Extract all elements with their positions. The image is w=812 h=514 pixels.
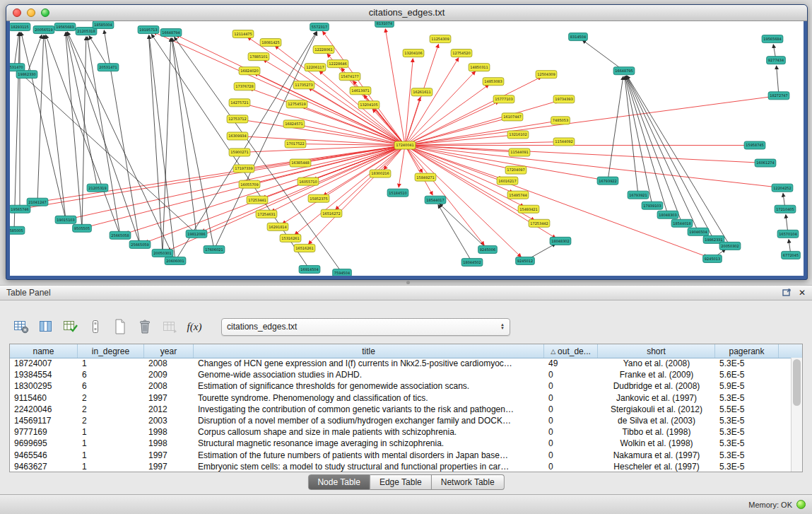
show-rows-button[interactable] [86,317,105,337]
graph-node-teal[interactable]: 16793921 [628,191,649,199]
table-cell[interactable]: 2009 [144,369,194,380]
graph-node-yellow[interactable]: 16516272 [321,209,342,217]
column-header-name[interactable]: name [10,344,78,358]
graph-node-teal[interactable]: 9245006 [478,245,498,253]
table-cell[interactable]: Hescheler et al. (1997) [598,461,715,472]
graph-node-yellow[interactable]: 16385448 [290,159,311,167]
table-cell[interactable]: Structural magnetic resonance image aver… [194,438,544,449]
graph-node-teal[interactable]: 5572317 [310,23,329,31]
table-cell[interactable]: 0 [544,426,598,438]
graph-node-yellow[interactable]: 15316261 [280,234,301,242]
table-cell[interactable]: 1997 [144,392,194,404]
table-cell[interactable]: 2 [78,415,144,426]
table-cell[interactable]: 5.3E-5 [715,426,779,438]
tab-node-table[interactable]: Node Table [307,474,370,490]
table-cell[interactable]: 2012 [144,404,194,415]
table-cell[interactable]: 5.3E-5 [715,450,779,461]
table-cell[interactable]: de Silva et al. (2003) [598,415,715,426]
graph-node-teal[interactable]: 25665059 [129,240,151,248]
table-row[interactable]: 911546021997Tourette syndrome. Phenomeno… [10,392,792,404]
table-cell[interactable]: Nakamura et al. (1997) [598,450,715,461]
table-cell[interactable]: Tibbo et al. (1998) [598,426,715,438]
graph-node-yellow[interactable]: 7485053 [551,117,570,124]
table-cell[interactable]: Embryonic stem cells: a model to study s… [194,461,544,472]
column-header-in-degree[interactable]: in_degree [78,344,144,358]
function-builder-button[interactable]: f(x) [185,317,204,337]
table-cell[interactable]: 2 [78,404,144,415]
import-table-button[interactable] [160,317,179,337]
table-cell[interactable]: Jankovic et al. (1997) [598,392,715,404]
graph-node-teal[interactable]: 20606001 [165,257,186,264]
graph-node-yellow[interactable]: 16055710 [298,177,319,185]
graph-node-teal[interactable]: 19565746 [10,205,30,213]
graph-node-yellow[interactable]: 11254309 [430,35,451,43]
table-cell[interactable]: Estimation of significance thresholds fo… [194,380,544,392]
table-cell[interactable]: 1 [78,426,144,438]
network-table-select[interactable]: citations_edges.txt ▲▼ [221,318,510,336]
scrollbar-thumb[interactable] [793,359,801,406]
table-cell[interactable]: Tourette syndrome. Phenomenology and cla… [194,392,544,404]
column-header-short[interactable]: short [598,344,715,358]
graph-node-teal[interactable]: 20056519 [33,26,54,34]
table-row[interactable]: 977716911998Corpus callosum shape and si… [10,426,792,438]
graph-node-teal[interactable]: 18293115 [10,23,30,31]
graph-node-teal[interactable]: 6772045 [782,251,801,259]
table-cell[interactable]: Yano et al. (2008) [598,358,715,369]
zoom-window-button[interactable] [41,8,49,17]
graph-node-yellow[interactable]: 12504309 [536,71,557,78]
graph-node-teal[interactable]: 9277434 [767,57,786,64]
graph-node-teal[interactable]: 8314504 [569,33,588,41]
graph-node-yellow[interactable]: 16261611 [411,88,433,96]
table-cell[interactable]: 5.9E-5 [715,380,779,392]
table-cell[interactable]: 19384554 [10,369,78,380]
graph-node-yellow[interactable]: 17253441 [247,196,268,204]
edit-table-button[interactable] [61,317,80,337]
table-cell[interactable]: 9465546 [10,450,78,461]
graph-node-teal[interactable]: 20050301 [152,249,173,257]
table-cell[interactable]: Investigating the contribution of common… [194,404,544,415]
graph-node-yellow[interactable]: 18081425 [260,39,281,47]
graph-node-teal[interactable]: 15184510 [387,189,408,197]
graph-node-teal[interactable]: 18544018 [671,219,693,227]
column-header-pagerank[interactable]: pagerank [715,344,779,358]
table-cell[interactable]: 1997 [144,450,194,461]
graph-node-yellow[interactable]: 12753712 [227,115,248,123]
table-cell[interactable]: 1 [78,358,144,369]
table-row[interactable]: 1872400712008Changes of HCN gene express… [10,358,792,369]
table-cell[interactable]: 6 [78,380,144,392]
graph-node-yellow[interactable]: 12754519 [286,100,307,108]
table-cell[interactable]: 1998 [144,426,194,438]
table-cell[interactable]: 2003 [144,415,194,426]
table-cell[interactable]: 1997 [144,461,194,472]
close-window-button[interactable] [13,8,21,17]
table-cell[interactable]: Genome-wide association studies in ADHD. [194,369,544,380]
table-cell[interactable]: 9699695 [10,438,78,449]
graph-node-yellow[interactable]: 16016217 [497,177,518,185]
graph-node-teal[interactable]: 12204252 [772,184,793,192]
tab-edge-table[interactable]: Edge Table [370,474,432,490]
table-cell[interactable]: 18300295 [10,380,78,392]
graph-node-yellow[interactable]: 15777103 [493,95,514,103]
graph-node-teal[interactable]: 16648795 [613,67,635,75]
table-row[interactable]: 2242004622012Investigating the contribut… [10,404,792,415]
graph-node-teal[interactable]: 16570104 [777,230,799,238]
citation-network-graph[interactable]: 1724004118081425178851011682402017376728… [10,21,804,276]
graph-node-yellow[interactable]: 17204097 [505,166,526,174]
graph-node-yellow[interactable]: 16291814 [267,223,288,230]
graph-node-yellow[interactable]: 17254631 [256,210,277,218]
table-row[interactable]: 946362711997Embryonic stem cells: a mode… [10,461,792,472]
graph-node-yellow[interactable]: 17376728 [234,83,255,90]
table-row[interactable]: 946554611997Estimation of the future num… [10,450,792,461]
graph-node-teal[interactable]: 9245012 [516,257,535,264]
graph-node-teal[interactable]: 18048302 [550,237,571,245]
table-cell[interactable]: 9777169 [10,426,78,438]
graph-node-yellow[interactable]: 16824571 [283,120,305,128]
graph-node-teal[interactable]: 16793922 [597,177,618,185]
network-canvas[interactable]: 1724004118081425178851011682402017376728… [10,21,804,276]
table-cell[interactable]: 0 [544,369,598,380]
graph-node-teal[interactable]: 18585004 [93,21,114,29]
table-cell[interactable]: 49 [544,358,598,369]
graph-node-yellow[interactable]: 12228061 [313,46,334,54]
graph-node-yellow[interactable]: 19734393 [553,95,575,103]
table-cell[interactable]: 14569117 [10,415,78,426]
